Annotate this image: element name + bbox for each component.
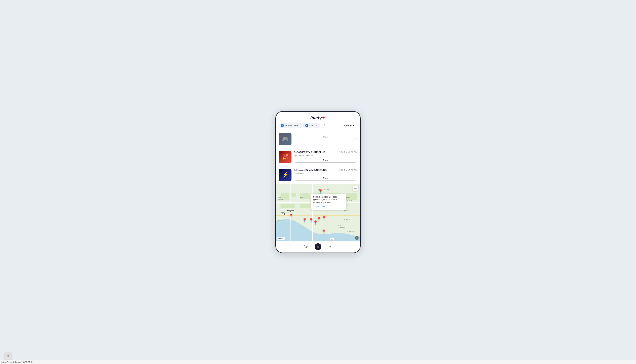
event-location: Space plus bangkok	[294, 154, 357, 156]
svg-text:303: 303	[331, 239, 333, 240]
logo-text: lively	[310, 115, 322, 120]
event-meta: 6. GAS PARTY ELITE CLUB 5:30 PM - 8:00 P…	[294, 151, 357, 154]
svg-text:KHANONG: KHANONG	[338, 226, 345, 228]
event-title: 6. GAS PARTY ELITE CLUB	[294, 151, 325, 154]
close-icon[interactable]: ×	[344, 195, 345, 197]
chevron-down-icon: ▾	[353, 124, 354, 127]
mapbox-label: mapbox	[277, 237, 285, 240]
svg-text:SATHON: SATHON	[278, 220, 283, 221]
event-item: 7. Linea x Bitkub: UNBOUND 3:00 PM - 7:0…	[276, 166, 360, 184]
location-button[interactable]: ◎	[353, 186, 358, 191]
svg-rect-16	[281, 204, 295, 208]
svg-text:35: 35	[282, 213, 284, 214]
chat-button[interactable]: 💬	[302, 243, 309, 250]
svg-text:Bangkok: Bangkok	[287, 210, 294, 212]
map-pin[interactable]: 📍	[321, 216, 326, 220]
event-details: 7. Linea x Bitkub: UNBOUND 3:00 PM - 7:0…	[294, 169, 357, 181]
svg-text:Ban Kha...: Ban Kha...	[345, 197, 351, 198]
svg-text:PHRA: PHRA	[338, 225, 342, 226]
event-item: 6. GAS PARTY ELITE CLUB 5:30 PM - 8:00 P…	[276, 148, 360, 166]
bottom-bar: 💬 ◎ ≡	[276, 241, 360, 252]
event-time: 5:30 PM - 8:00 PM	[339, 151, 357, 153]
phone-frame: lively✦ A Arbitrum Sep... ● 0xE...O... ⋮…	[275, 111, 361, 253]
app-content: lively✦ A Arbitrum Sep... ● 0xE...O... ⋮…	[276, 112, 360, 252]
svg-text:On Nut Rd: On Nut Rd	[344, 219, 350, 220]
rate-button[interactable]: Rate	[294, 158, 357, 162]
map-pin[interactable]: 📍	[321, 230, 326, 234]
tab1-label: Arbitrum Sep...	[285, 124, 300, 127]
map-background: Bangkok BANG LAMPHU DUSIT SANAM PAO HUAI…	[276, 184, 360, 241]
event-details: 6. GAS PARTY ELITE CLUB 5:30 PM - 8:00 P…	[294, 151, 357, 163]
map-popup: × Somnia's Uniting Societies @Devcon, Ma…	[311, 194, 346, 210]
browser-url-bar: https://lu.ma/jeih46pm?tk=TaQEKf	[0, 360, 636, 364]
map-pin[interactable]: 📍	[302, 218, 307, 223]
map-button[interactable]: ◎	[315, 243, 321, 250]
map-pin[interactable]: 📍	[316, 217, 321, 222]
svg-text:LAMPHU: LAMPHU	[278, 198, 283, 200]
svg-text:Pattanakarn: Pattanakarn	[344, 211, 350, 212]
tab-arbitrum[interactable]: A Arbitrum Sep...	[279, 123, 302, 128]
svg-text:Udom Suk Rd: Udom Suk Rd	[347, 230, 355, 232]
tab-wallet[interactable]: ● 0xE...O...	[303, 123, 320, 128]
event-title: 7. Linea x Bitkub: UNBOUND	[294, 169, 327, 172]
event-thumbnail	[279, 133, 292, 145]
svg-text:DUSIT: DUSIT	[300, 197, 304, 198]
view-event-link[interactable]: View Event!	[313, 205, 327, 208]
svg-rect-11	[292, 193, 296, 197]
svg-text:al Phrao: al Phrao	[347, 200, 352, 201]
tab2-label: 0xE...O...	[309, 124, 318, 127]
info-button[interactable]: ℹ	[355, 236, 359, 240]
event-thumbnail	[279, 169, 292, 181]
event-details: Rate	[294, 133, 357, 140]
svg-rect-15	[345, 193, 357, 200]
rate-button[interactable]: Rate	[294, 176, 357, 180]
map-pin[interactable]: 📍	[318, 189, 323, 194]
url-text: https://lu.ma/jeih46pm?tk=TaQEKf	[2, 361, 33, 363]
svg-rect-17	[300, 204, 310, 208]
event-time: 3:00 PM - 7:00 PM	[339, 169, 357, 171]
more-options-button[interactable]: ⋮	[322, 123, 327, 128]
wallet-icon: ●	[305, 124, 308, 127]
rate-button[interactable]: Rate	[294, 135, 357, 140]
event-item: Rate	[276, 130, 360, 148]
toolbar: A Arbitrum Sep... ● 0xE...O... ⋮ Overall…	[276, 122, 360, 130]
menu-button[interactable]: ≡	[327, 243, 334, 250]
event-meta: 7. Linea x Bitkub: UNBOUND 3:00 PM - 7:0…	[294, 169, 357, 172]
mapbox-attribution: mapbox	[277, 237, 285, 240]
overall-dropdown[interactable]: Overall ▾	[342, 123, 357, 128]
map-pin[interactable]: 📍	[289, 214, 294, 218]
dropdown-label: Overall	[344, 124, 352, 127]
event-thumbnail	[279, 151, 292, 163]
events-list: Rate 6. GAS PARTY ELITE CLUB 5:30 PM - 8…	[276, 130, 360, 184]
settings-badge[interactable]: ⚙	[4, 352, 12, 360]
app-logo: lively✦	[310, 115, 326, 121]
svg-text:BANG: BANG	[278, 197, 282, 198]
svg-text:SENTRE: SENTRE	[344, 210, 349, 211]
popup-title: Somnia's Uniting Societies @Devcon, Mai …	[313, 196, 342, 204]
header: lively✦	[276, 112, 360, 122]
event-location: ZillaSpace	[294, 172, 357, 174]
map-section[interactable]: Bangkok BANG LAMPHU DUSIT SANAM PAO HUAI…	[276, 184, 360, 241]
arbitrum-icon: A	[281, 124, 284, 127]
logo-star: ✦	[322, 115, 326, 120]
